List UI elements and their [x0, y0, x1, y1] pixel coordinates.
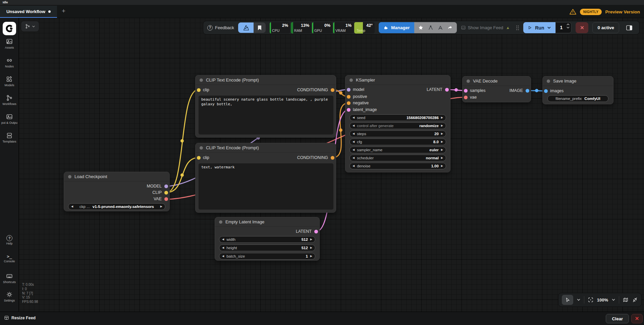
collapse-dot-icon[interactable] [68, 175, 71, 178]
output-slot-vae[interactable] [164, 197, 168, 201]
count-stepper[interactable] [567, 23, 570, 29]
show-image-feed-button[interactable]: Show Image Feed [461, 25, 511, 30]
decrement-arrow-icon[interactable]: ◀ [353, 116, 355, 119]
output-slot-latent[interactable] [314, 230, 318, 233]
batch-count-input[interactable]: 1 [555, 22, 572, 33]
tab-unsaved-workflow[interactable]: Unsaved Workflow [0, 6, 57, 18]
decrement-arrow-icon[interactable]: ◀ [222, 255, 224, 258]
sidebar-item-templates[interactable]: Templates [0, 132, 19, 143]
node-header[interactable]: CLIP Text Encode (Prompt) [196, 143, 336, 153]
collapse-dot-icon[interactable] [350, 78, 353, 82]
drag-handle-icon[interactable] [516, 25, 519, 31]
input-slot-latent-image[interactable] [347, 108, 351, 112]
node-load-checkpoint[interactable]: Load Checkpoint MODEL CLIP VAE ◀ ckp ...… [64, 172, 170, 211]
node-header[interactable]: CLIP Text Encode (Prompt) [196, 75, 336, 85]
collapse-dot-icon[interactable] [219, 220, 222, 224]
resize-feed-button[interactable]: Resize Feed [4, 315, 36, 320]
node-header[interactable]: Empty Latent Image [215, 217, 319, 227]
toggle-panel-button[interactable] [623, 22, 635, 33]
prompt-textarea[interactable]: beautiful scenery nature glass bottle la… [199, 96, 333, 134]
increment-arrow-icon[interactable]: ▶ [441, 165, 443, 167]
clear-feed-button[interactable]: Clear [606, 314, 629, 323]
decrement-arrow-icon[interactable]: ◀ [353, 165, 355, 167]
sidebar-item-assets[interactable]: Assets [0, 38, 19, 49]
input-slot-samples[interactable] [464, 89, 468, 93]
output-slot-conditioning[interactable] [331, 156, 334, 160]
input-slot-positive[interactable] [347, 95, 351, 99]
increment-arrow-icon[interactable]: ▶ [441, 132, 443, 135]
decrement-arrow-icon[interactable]: ◀ [353, 157, 355, 159]
increment-arrow-icon[interactable]: ▶ [310, 255, 312, 258]
sidebar-item-settings[interactable]: Settings [0, 291, 19, 302]
increment-arrow-icon[interactable]: ▶ [310, 247, 312, 249]
workflow-overlay-button[interactable] [21, 21, 39, 32]
sidebar-item-shortcuts[interactable]: Shortcuts [0, 272, 19, 284]
increment-arrow-icon[interactable]: ▶ [441, 116, 443, 119]
preview-version-label[interactable]: Preview Version [605, 9, 640, 14]
decrement-arrow-icon[interactable]: ◀ [222, 247, 224, 249]
sidebar-item-console[interactable]: >_ Console [0, 254, 19, 263]
increment-arrow-icon[interactable]: ▶ [441, 149, 443, 151]
input-slot-model[interactable] [347, 88, 351, 92]
input-slot-images[interactable] [544, 89, 548, 93]
node-clip-text-encode-1[interactable]: CLIP Text Encode (Prompt) clip CONDITION… [195, 75, 336, 138]
zoom-chevron-icon[interactable] [611, 298, 615, 302]
widget-steps[interactable]: ◀ steps 20 ▶ [350, 130, 446, 137]
node-save-image[interactable]: Save Image images filename_prefix ComfyU… [542, 76, 613, 104]
widget-batch-size[interactable]: ◀ batch_size 1 ▶ [219, 253, 315, 260]
sidebar-item-input-output[interactable]: put & Outpu [0, 113, 19, 124]
node-header[interactable]: KSampler [345, 75, 450, 85]
widget-sampler-name[interactable]: ◀ sampler_name euler ▶ [350, 147, 446, 153]
run-button[interactable]: Run [523, 22, 555, 33]
active-jobs-button[interactable]: 0 active [592, 22, 619, 33]
widget-width[interactable]: ◀ width 512 ▶ [219, 236, 315, 243]
decrement-arrow-icon[interactable]: ◀ [222, 238, 224, 241]
sidebar-item-models[interactable]: Models [0, 75, 19, 87]
widget-seed[interactable]: ◀ seed 156680208700286 ▶ [350, 114, 446, 121]
star-icon[interactable] [417, 23, 425, 32]
increment-arrow-icon[interactable]: ▶ [160, 205, 162, 208]
cancel-run-button[interactable]: ✕ [576, 22, 588, 33]
sidebar-item-help[interactable]: ? Help [0, 235, 19, 245]
close-feed-button[interactable]: ✕ [631, 314, 643, 323]
widget-denoise[interactable]: ◀ denoise 1.00 ▶ [350, 163, 446, 169]
widget-control-after-generate[interactable]: ◀ control after generate randomize ▶ [350, 122, 446, 129]
sidebar-item-workflows[interactable]: Workflows [0, 94, 19, 106]
widget-height[interactable]: ◀ height 512 ▶ [219, 245, 315, 251]
collapse-dot-icon[interactable] [467, 79, 470, 83]
input-slot-vae[interactable] [464, 96, 468, 99]
active-canvas-button[interactable] [238, 22, 254, 33]
increment-arrow-icon[interactable]: ▶ [441, 141, 443, 143]
node-header[interactable]: Load Checkpoint [64, 172, 169, 181]
bookmark-button[interactable] [254, 22, 266, 33]
decrement-arrow-icon[interactable]: ◀ [353, 124, 355, 127]
increment-arrow-icon[interactable]: ▶ [310, 238, 312, 241]
node-header[interactable]: Save Image [543, 76, 613, 86]
widget-cfg[interactable]: ◀ cfg 8.0 ▶ [350, 139, 446, 145]
collapse-dot-icon[interactable] [200, 78, 203, 82]
increment-arrow-icon[interactable]: ▶ [441, 124, 443, 127]
decrement-arrow-icon[interactable]: ◀ [71, 205, 73, 208]
tool-chevron-icon[interactable] [577, 298, 581, 302]
output-slot-latent[interactable] [445, 88, 449, 92]
link-visibility-icon[interactable] [632, 297, 638, 303]
prompt-textarea[interactable]: text, watermark [199, 163, 333, 210]
share-icon[interactable] [446, 23, 454, 32]
widget-scheduler[interactable]: ◀ scheduler normal ▶ [350, 155, 446, 161]
output-slot-image[interactable] [526, 89, 529, 93]
increment-arrow-icon[interactable]: ▶ [441, 157, 443, 159]
node-header[interactable]: VAE Decode [463, 76, 531, 86]
output-slot-clip[interactable] [164, 191, 168, 195]
node-vae-decode[interactable]: VAE Decode samples vae IMAGE [462, 76, 531, 102]
new-tab-button[interactable]: + [62, 7, 65, 15]
input-slot-negative[interactable] [347, 101, 351, 105]
input-slot-clip[interactable] [197, 88, 201, 92]
decrement-arrow-icon[interactable]: ◀ [353, 149, 355, 151]
collapse-dot-icon[interactable] [547, 79, 550, 83]
node-clip-text-encode-2[interactable]: CLIP Text Encode (Prompt) clip CONDITION… [195, 143, 336, 213]
decrement-arrow-icon[interactable]: ◀ [353, 132, 355, 135]
decrement-arrow-icon[interactable]: ◀ [353, 141, 355, 143]
input-slot-clip[interactable] [197, 156, 201, 160]
collapse-dot-icon[interactable] [200, 146, 203, 150]
node-empty-latent-image[interactable]: Empty Latent Image LATENT ◀ width 512 ▶ … [215, 217, 320, 261]
